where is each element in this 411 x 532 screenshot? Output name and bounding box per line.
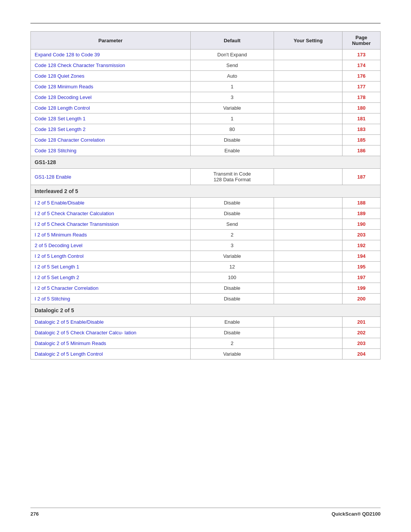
param-cell: Code 128 Length Control [31,103,191,113]
page-number-cell: 189 [342,208,381,219]
page-number-cell: 202 [342,328,381,338]
your-setting-cell [274,328,342,338]
default-cell: Disable [190,294,274,304]
page-number-cell: 204 [342,349,381,359]
default-cell: 100 [190,272,274,283]
table-row: I 2 of 5 Check Character CalculationDisa… [31,208,381,219]
your-setting-cell [274,349,342,359]
section-header-row: Interleaved 2 of 5 [31,185,381,198]
your-setting-cell [274,81,342,92]
default-cell: 12 [190,262,274,272]
param-cell: Code 128 Stitching [31,145,191,156]
table-row: Code 128 Set Length 11181 [31,113,381,124]
default-cell: 3 [190,240,274,251]
param-cell: I 2 of 5 Set Length 2 [31,272,191,283]
param-cell: Expand Code 128 to Code 39 [31,50,191,60]
default-cell: 2 [190,230,274,240]
table-row: Code 128 Check Character TransmissionSen… [31,60,381,71]
parameter-table: Parameter Default Your Setting Page Numb… [30,31,381,359]
your-setting-cell [274,71,342,81]
default-cell: 1 [190,81,274,92]
col-header-default: Default [190,32,274,50]
table-row: I 2 of 5 Length ControlVariable194 [31,251,381,262]
default-cell: Variable [190,103,274,113]
page-number-cell: 178 [342,92,381,103]
table-row: Datalogic 2 of 5 Enable/DisableEnable201 [31,317,381,328]
default-cell: Variable [190,349,274,359]
your-setting-cell [274,294,342,304]
table-row: I 2 of 5 Set Length 2100197 [31,272,381,283]
section-header-row: GS1-128 [31,156,381,169]
page-number-cell: 197 [342,272,381,283]
param-cell: Datalogic 2 of 5 Minimum Reads [31,338,191,349]
footer-product-name: QuickScan® QD2100 [331,511,381,517]
table-row: GS1-128 EnableTransmit in Code128 Data F… [31,169,381,185]
col-header-parameter: Parameter [31,32,191,50]
default-cell: Transmit in Code128 Data Format [190,169,274,185]
col-header-your-setting: Your Setting [274,32,342,50]
param-cell: I 2 of 5 Check Character Calculation [31,208,191,219]
your-setting-cell [274,50,342,60]
default-cell: Disable [190,135,274,145]
page-number-cell: 203 [342,338,381,349]
default-cell: Variable [190,251,274,262]
default-cell: Send [190,60,274,71]
page-footer: 276 QuickScan® QD2100 [30,508,381,517]
param-cell: Datalogic 2 of 5 Length Control [31,349,191,359]
col-header-page-number: Page Number [342,32,381,50]
table-row: Code 128 Minimum Reads1177 [31,81,381,92]
page-number-cell: 203 [342,230,381,240]
table-row: 2 of 5 Decoding Level3192 [31,240,381,251]
page-number-cell: 173 [342,50,381,60]
table-row: Code 128 Set Length 280183 [31,124,381,135]
table-row: Datalogic 2 of 5 Length ControlVariable2… [31,349,381,359]
your-setting-cell [274,145,342,156]
default-cell: Auto [190,71,274,81]
your-setting-cell [274,219,342,230]
table-row: I 2 of 5 Enable/DisableDisable188 [31,198,381,208]
your-setting-cell [274,283,342,294]
page-number-cell: 181 [342,113,381,124]
default-cell: 80 [190,124,274,135]
page-number-cell: 176 [342,71,381,81]
your-setting-cell [274,60,342,71]
your-setting-cell [274,103,342,113]
your-setting-cell [274,251,342,262]
page-number-cell: 185 [342,135,381,145]
page-number-cell: 180 [342,103,381,113]
table-row: I 2 of 5 Check Character TransmissionSen… [31,219,381,230]
param-cell: Code 128 Character Correlation [31,135,191,145]
page-number-cell: 190 [342,219,381,230]
footer-page-number: 276 [30,511,39,517]
default-cell: Disable [190,198,274,208]
page-number-cell: 201 [342,317,381,328]
page-number-cell: 192 [342,240,381,251]
your-setting-cell [274,272,342,283]
your-setting-cell [274,198,342,208]
param-cell: Code 128 Decoding Level [31,92,191,103]
param-cell: 2 of 5 Decoding Level [31,240,191,251]
param-cell: Datalogic 2 of 5 Check Character Calcu- … [31,328,191,338]
your-setting-cell [274,240,342,251]
param-cell: I 2 of 5 Length Control [31,251,191,262]
page-number-cell: 200 [342,294,381,304]
param-cell: Code 128 Set Length 2 [31,124,191,135]
page-number-cell: 188 [342,198,381,208]
param-cell: I 2 of 5 Stitching [31,294,191,304]
page-number-cell: 174 [342,60,381,71]
your-setting-cell [274,113,342,124]
default-cell: Send [190,219,274,230]
your-setting-cell [274,92,342,103]
param-cell: I 2 of 5 Check Character Transmission [31,219,191,230]
page-number-cell: 195 [342,262,381,272]
default-cell: Don't Expand [190,50,274,60]
page-number-cell: 177 [342,81,381,92]
default-cell: Disable [190,328,274,338]
section-header-row: Datalogic 2 of 5 [31,304,381,317]
table-row: I 2 of 5 StitchingDisable200 [31,294,381,304]
param-cell: I 2 of 5 Enable/Disable [31,198,191,208]
your-setting-cell [274,208,342,219]
table-row: I 2 of 5 Character CorrelationDisable199 [31,283,381,294]
default-cell: 3 [190,92,274,103]
table-row: Expand Code 128 to Code 39Don't Expand17… [31,50,381,60]
